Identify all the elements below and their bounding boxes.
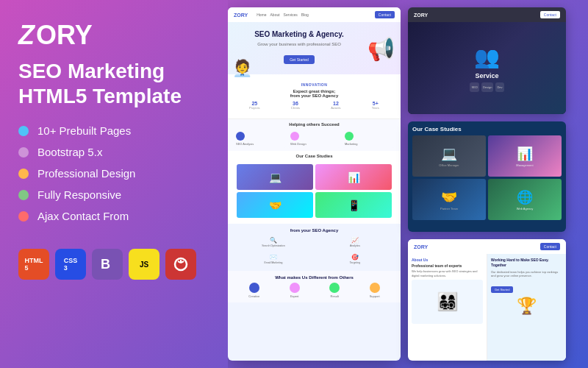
helping-title: Helping others Succeed (234, 122, 395, 127)
features-list: 10+ Prebuilt Pages Bootstrap 5.x Profess… (18, 124, 209, 231)
tech-badges: HTML5 CSS3 B JS (18, 249, 209, 280)
thumb-4: 📱 (315, 192, 392, 218)
fake-nav-logo: ZORY (234, 13, 248, 18)
wm-icons: Creative Expert Result Support (234, 283, 395, 298)
feature-ajax-label: Ajax Contact From (37, 210, 129, 222)
dot-responsive (18, 190, 29, 200)
dot-ajax (18, 211, 29, 222)
logo-ory: ORY (36, 22, 93, 49)
badge-html5: HTML5 (18, 249, 49, 280)
main-title: SEO Marketing HTML5 Template (18, 59, 209, 108)
screenshot-right-bot: ZORY Contact About Us Professional team … (408, 239, 566, 361)
feature-bootstrap-label: Bootstrap 5.x (37, 146, 102, 158)
case-studies-title: Our Case Studies (234, 154, 395, 158)
logo: Z ORY (18, 22, 209, 49)
feature-professional: Professional Design (18, 167, 209, 180)
svg-text:B: B (101, 257, 110, 272)
thumb-3: 🤝 (237, 192, 313, 218)
feature-prebuilt: 10+ Prebuilt Pages (18, 124, 209, 137)
hero-figure-left: 🧑‍💼 (232, 59, 252, 78)
fake-stats: 25 Projects 36 Clients 12 Awards 5+ Year… (234, 101, 395, 110)
dark-case-title: Our Case Studies (412, 126, 562, 132)
what-makes-section: What makes Us Different from Others Crea… (228, 271, 401, 302)
people-meeting-icon: 👨‍👩‍👧‍👦 (437, 291, 459, 312)
logo-z: Z (18, 22, 35, 49)
fake-nav: ZORY Home About Services Blog Contact (228, 7, 401, 22)
feature-responsive: Fully Responsive (18, 188, 209, 201)
badge-npm (165, 249, 196, 280)
thumb-1: 💻 (237, 164, 313, 190)
seo-items: 🔍 Search Optimization 📈 Analytics ✉️ Ema… (234, 235, 395, 266)
badge-js: JS (129, 249, 159, 280)
left-panel: Z ORY SEO Marketing HTML5 Template 10+ P… (0, 0, 228, 368)
dot-professional (18, 169, 29, 179)
fake-stats-section: INNOVATION Expect great things;from your… (228, 74, 401, 118)
refresh-icon (172, 255, 190, 273)
bootstrap-icon: B (99, 256, 115, 272)
about-side: About Us Professional team of experts We… (408, 254, 487, 361)
feature-bootstrap: Bootstrap 5.x (18, 146, 209, 158)
title-line2: HTML5 Template (18, 85, 182, 107)
helping-section: Helping others Succeed SEO Analysis Web … (228, 118, 401, 151)
case-studies-section: Our Case Studies 💻 📊 🤝 📱 (228, 151, 401, 224)
feature-prebuilt-label: 10+ Prebuilt Pages (37, 124, 131, 137)
hero-figure-right: 📢 (368, 36, 395, 62)
get-started-btn: Get Started (491, 286, 513, 293)
wm-title: What makes Us Different from Others (234, 275, 395, 280)
about-working-section: About Us Professional team of experts We… (408, 254, 566, 361)
fake-cards: SEO Analysis Web Design Marketing (234, 130, 395, 148)
working-title: Working Hard to Make SEO Easy. Together (491, 258, 562, 268)
working-side: Working Hard to Make SEO Easy. Together … (487, 254, 566, 361)
seo-title: from your SEO Agency (234, 228, 395, 233)
seo-section: from your SEO Agency 🔍 Search Optimizati… (228, 224, 401, 271)
small-thumbs: 💻 📊 🤝 📱 (234, 161, 395, 221)
fake-nav-links: Home About Services Blog (257, 13, 309, 17)
dark-people-img: 👥 Service SEO Design Dev (408, 22, 566, 114)
feature-responsive-label: Fully Responsive (37, 188, 121, 201)
screenshot-right-top: ZORY Contact 👥 Service SEO Design Dev (408, 7, 566, 114)
right-panel: ZORY Home About Services Blog Contact SE… (228, 0, 588, 368)
thumb-2: 📊 (315, 164, 392, 190)
badge-bootstrap: B (92, 249, 123, 280)
dark-service-cards: SEO Design Dev (465, 82, 508, 92)
working-icon: 🏆 (517, 297, 537, 316)
fake-hero: SEO Marketing & Agency. Grow your busine… (228, 22, 401, 74)
expect-title: Expect great things;from your SEO Agency (234, 89, 395, 98)
about-us-label: About Us (412, 258, 483, 262)
fake-hero-title: SEO Marketing & Agency. (234, 29, 365, 39)
service-title: Service (475, 72, 498, 79)
case-photo-grid: 💻 Office Manager 📊 Management 🤝 Partner … (412, 135, 562, 220)
screenshot-right-mid: Our Case Studies 💻 Office Manager 📊 Mana… (408, 121, 566, 232)
feature-ajax: Ajax Contact From (18, 210, 209, 222)
screenshots-container: ZORY Home About Services Blog Contact SE… (228, 7, 581, 361)
dot-bootstrap (18, 147, 29, 158)
feature-professional-label: Professional Design (37, 167, 135, 180)
badge-css3: CSS3 (55, 249, 86, 280)
screenshot-main: ZORY Home About Services Blog Contact SE… (228, 7, 401, 361)
title-line1: SEO Marketing (18, 60, 165, 82)
dot-prebuilt (18, 126, 29, 136)
